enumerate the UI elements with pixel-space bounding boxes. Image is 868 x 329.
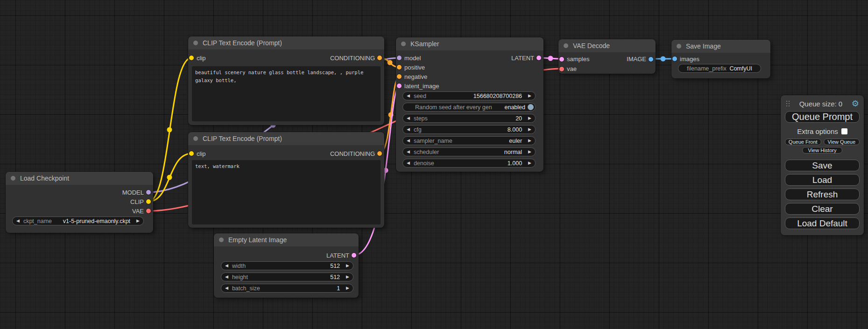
input-label-samples: samples xyxy=(567,56,589,63)
output-port-image[interactable] xyxy=(649,57,653,62)
collapse-dot-icon[interactable] xyxy=(193,136,198,141)
widget-label: ckpt_name xyxy=(23,218,52,224)
widget-batch-size[interactable]: batch_size 1 xyxy=(221,284,353,293)
collapse-dot-icon[interactable] xyxy=(401,42,406,46)
node-save-image[interactable]: Save Image images filename_prefix ComfyU… xyxy=(671,40,770,78)
widget-height[interactable]: height 512 xyxy=(221,273,353,281)
node-title-bar[interactable]: VAE Decode xyxy=(558,39,656,52)
prompt-textarea[interactable]: text, watermark xyxy=(192,160,381,224)
node-load-checkpoint[interactable]: Load Checkpoint MODEL CLIP VAE ckpt_name… xyxy=(6,172,153,233)
arrow-left-icon[interactable] xyxy=(225,275,228,279)
input-port-positive[interactable] xyxy=(397,65,402,70)
output-port-conditioning[interactable] xyxy=(377,56,382,60)
input-port-samples[interactable] xyxy=(559,57,564,62)
arrow-right-icon[interactable] xyxy=(346,275,349,279)
arrow-right-icon[interactable] xyxy=(528,161,531,165)
save-button[interactable]: Save xyxy=(785,160,860,171)
arrow-left-icon[interactable] xyxy=(407,127,410,132)
input-port-model[interactable] xyxy=(397,56,402,60)
arrow-right-icon[interactable] xyxy=(528,94,531,98)
node-empty-latent-image[interactable]: Empty Latent Image LATENT width 512 heig… xyxy=(214,233,359,298)
queue-front-button[interactable]: Queue Front xyxy=(785,139,821,145)
arrow-right-icon[interactable] xyxy=(136,219,140,223)
arrow-right-icon[interactable] xyxy=(528,127,531,132)
arrow-left-icon[interactable] xyxy=(225,286,228,290)
node-title-bar[interactable]: Empty Latent Image xyxy=(214,233,359,246)
view-queue-button[interactable]: View Queue xyxy=(824,139,860,145)
node-title-bar[interactable]: Load Checkpoint xyxy=(6,172,153,185)
widget-ckpt-name[interactable]: ckpt_name v1-5-pruned-emaonly.ckpt xyxy=(12,217,144,225)
widget-steps[interactable]: steps 20 xyxy=(402,114,536,123)
widget-value: v1-5-pruned-emaonly.ckpt xyxy=(63,218,130,224)
port-row: negative xyxy=(396,72,543,81)
node-title-bar[interactable]: CLIP Text Encode (Prompt) xyxy=(188,36,384,49)
arrow-right-icon[interactable] xyxy=(346,286,349,290)
settings-gear-icon[interactable]: ⚙ xyxy=(852,99,859,108)
widget-filename-prefix[interactable]: filename_prefix ComfyUI xyxy=(678,64,761,73)
collapse-dot-icon[interactable] xyxy=(193,41,198,45)
load-button[interactable]: Load xyxy=(785,174,860,186)
input-port-latent-image[interactable] xyxy=(397,84,402,88)
input-label-model: model xyxy=(404,55,421,62)
toggle-dot-icon[interactable] xyxy=(528,104,534,110)
output-port-latent[interactable] xyxy=(352,253,356,258)
widget-label: steps xyxy=(414,115,428,122)
arrow-left-icon[interactable] xyxy=(407,139,410,143)
arrow-left-icon[interactable] xyxy=(16,219,20,223)
arrow-right-icon[interactable] xyxy=(346,264,349,268)
refresh-button[interactable]: Refresh xyxy=(785,189,860,200)
arrow-left-icon[interactable] xyxy=(407,116,410,120)
collapse-dot-icon[interactable] xyxy=(564,43,568,48)
widget-width[interactable]: width 512 xyxy=(221,261,353,270)
input-label-clip: clip xyxy=(197,150,206,157)
arrow-right-icon[interactable] xyxy=(528,116,531,120)
output-port-clip[interactable] xyxy=(146,199,151,204)
link-dot-image xyxy=(661,56,666,62)
port-row: samples IMAGE xyxy=(558,54,656,64)
output-port-conditioning[interactable] xyxy=(377,151,382,156)
node-title-bar[interactable]: Save Image xyxy=(671,40,770,53)
arrow-left-icon[interactable] xyxy=(407,161,410,165)
graph-canvas[interactable]: { "colors": { "model": "#B39DDB", "clip"… xyxy=(0,0,868,329)
drag-handle-icon[interactable] xyxy=(786,101,790,107)
queue-prompt-button[interactable]: Queue Prompt xyxy=(785,111,860,123)
widget-seed[interactable]: seed 156680208700286 xyxy=(402,91,536,100)
collapse-dot-icon[interactable] xyxy=(219,238,224,242)
input-port-clip[interactable] xyxy=(189,56,194,60)
load-default-button[interactable]: Load Default xyxy=(785,217,860,229)
arrow-left-icon[interactable] xyxy=(225,264,228,268)
widget-random-seed[interactable]: Random seed after every gen enabled xyxy=(402,103,536,112)
clear-button[interactable]: Clear xyxy=(785,203,860,215)
arrow-left-icon[interactable] xyxy=(407,150,410,154)
node-clip-text-encode-positive[interactable]: CLIP Text Encode (Prompt) clip CONDITION… xyxy=(188,36,384,125)
widget-scheduler[interactable]: scheduler normal xyxy=(402,147,536,156)
output-port-latent[interactable] xyxy=(536,56,541,60)
widget-label: Random seed after every gen xyxy=(415,104,492,111)
input-port-images[interactable] xyxy=(672,56,677,61)
prompt-textarea[interactable]: beautiful scenery nature glass bottle la… xyxy=(192,66,381,121)
output-port-vae[interactable] xyxy=(146,209,151,213)
input-port-negative[interactable] xyxy=(397,74,402,79)
input-port-clip[interactable] xyxy=(189,151,194,156)
node-title: CLIP Text Encode (Prompt) xyxy=(203,135,282,142)
arrow-left-icon[interactable] xyxy=(407,94,410,98)
node-title-bar[interactable]: KSampler xyxy=(396,37,543,50)
node-clip-text-encode-negative[interactable]: CLIP Text Encode (Prompt) clip CONDITION… xyxy=(188,132,384,228)
widget-denoise[interactable]: denoise 1.000 xyxy=(402,159,536,168)
arrow-right-icon[interactable] xyxy=(528,150,531,154)
node-vae-decode[interactable]: VAE Decode samples IMAGE vae xyxy=(558,39,656,74)
widget-cfg[interactable]: cfg 8.000 xyxy=(402,125,536,134)
widget-sampler-name[interactable]: sampler_name euler xyxy=(402,136,536,145)
queue-small-buttons-2: View History xyxy=(785,147,860,154)
collapse-dot-icon[interactable] xyxy=(677,44,681,49)
widget-value: enabled xyxy=(505,104,526,111)
arrow-right-icon[interactable] xyxy=(528,139,531,143)
extra-options-checkbox[interactable] xyxy=(841,128,847,134)
node-title-bar[interactable]: CLIP Text Encode (Prompt) xyxy=(188,132,384,145)
node-ksampler[interactable]: KSampler model LATENT positive negative … xyxy=(396,37,543,172)
widget-value: 156680208700286 xyxy=(473,93,522,99)
collapse-dot-icon[interactable] xyxy=(11,176,15,181)
view-history-button[interactable]: View History xyxy=(802,147,842,154)
output-port-model[interactable] xyxy=(146,190,151,195)
input-port-vae[interactable] xyxy=(559,67,564,71)
